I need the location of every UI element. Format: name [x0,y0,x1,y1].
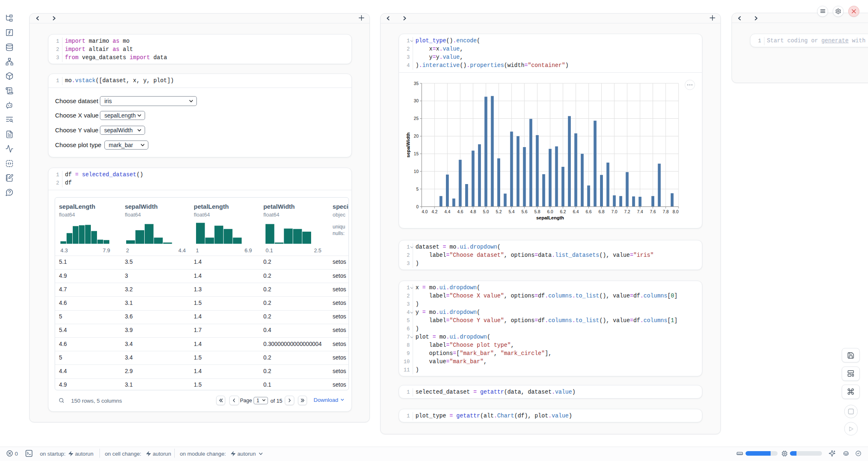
svg-text:5: 5 [416,187,419,191]
svg-text:5.8: 5.8 [534,209,540,214]
svg-text:10: 10 [414,169,419,174]
svg-text:sepalWidth: sepalWidth [406,132,411,157]
svg-text:0: 0 [416,204,419,209]
svg-text:5.2: 5.2 [496,209,502,214]
svg-text:6.8: 6.8 [598,209,605,214]
svg-text:8.0: 8.0 [672,209,679,214]
svg-text:20: 20 [414,134,419,138]
svg-text:4.6: 4.6 [457,209,463,214]
svg-text:30: 30 [414,98,419,103]
svg-text:6.0: 6.0 [547,209,553,214]
svg-text:25: 25 [414,116,419,121]
svg-text:7.2: 7.2 [624,209,630,214]
svg-text:6.4: 6.4 [573,209,579,214]
svg-text:5.6: 5.6 [522,209,528,214]
svg-text:4.0: 4.0 [422,209,428,214]
svg-text:sepalLength: sepalLength [536,215,564,220]
svg-text:4.4: 4.4 [444,209,450,214]
svg-text:4.8: 4.8 [470,209,476,214]
svg-text:6.2: 6.2 [560,209,566,214]
svg-text:7.8: 7.8 [663,209,669,214]
svg-text:15: 15 [414,151,419,156]
svg-text:7.6: 7.6 [650,209,656,214]
svg-text:5.4: 5.4 [508,209,515,214]
svg-text:7.4: 7.4 [637,209,643,214]
svg-text:35: 35 [414,81,419,86]
svg-text:6.6: 6.6 [586,209,592,214]
svg-text:7.0: 7.0 [611,209,617,214]
svg-text:4.2: 4.2 [432,209,438,214]
svg-text:5.0: 5.0 [483,209,489,214]
